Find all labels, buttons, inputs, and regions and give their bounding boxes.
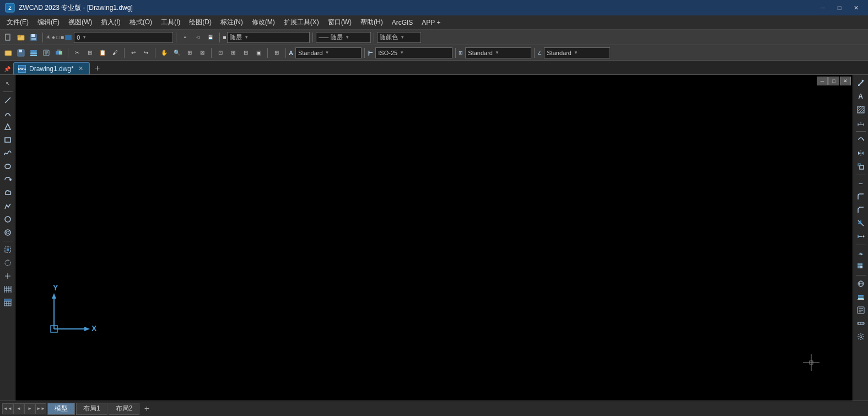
redo-button[interactable]: ↪ bbox=[140, 47, 152, 59]
tb2-open[interactable] bbox=[2, 47, 14, 59]
menu-view[interactable]: 视图(W) bbox=[64, 15, 96, 29]
dim-style-dropdown[interactable]: ISO-25 ▼ bbox=[375, 47, 452, 58]
rt-measure[interactable] bbox=[855, 317, 867, 329]
rt-properties[interactable] bbox=[855, 304, 867, 316]
point-tool[interactable] bbox=[2, 270, 14, 282]
rt-extend[interactable] bbox=[855, 230, 867, 242]
circle-tool[interactable] bbox=[2, 213, 14, 225]
menu-window[interactable]: 窗口(W) bbox=[324, 15, 356, 29]
ellipse-tool[interactable] bbox=[2, 160, 14, 172]
save-button[interactable] bbox=[28, 31, 40, 44]
nav-prev-button[interactable]: ◄ bbox=[13, 403, 24, 414]
menu-edit[interactable]: 编辑(E) bbox=[33, 15, 64, 29]
nav-last-button[interactable]: ►► bbox=[35, 403, 46, 414]
tb2-prop[interactable] bbox=[40, 47, 52, 59]
add-layout-button[interactable]: + bbox=[141, 403, 153, 415]
rt-dash[interactable]: − bbox=[855, 177, 867, 190]
minimize-button[interactable]: ─ bbox=[815, 2, 831, 14]
cloud-tool[interactable] bbox=[2, 187, 14, 199]
triangle-tool[interactable] bbox=[2, 121, 14, 133]
rt-layers-panel[interactable] bbox=[855, 291, 867, 303]
menu-insert[interactable]: 插入(I) bbox=[96, 15, 125, 29]
menu-extended[interactable]: 扩展工具(X) bbox=[279, 15, 324, 29]
rt-mirror[interactable] bbox=[855, 147, 867, 159]
named-viewport[interactable]: ▣ bbox=[252, 47, 265, 59]
rt-rotate[interactable] bbox=[855, 134, 867, 146]
rt-trim[interactable] bbox=[855, 217, 867, 229]
tb2-save[interactable] bbox=[15, 47, 27, 59]
donut-tool[interactable] bbox=[2, 226, 14, 239]
restore-button[interactable]: □ bbox=[832, 2, 847, 14]
rt-offset[interactable] bbox=[855, 247, 867, 260]
drawing-tab[interactable]: DWG Drawing1.dwg* ✕ bbox=[13, 62, 90, 74]
polyline-tool[interactable] bbox=[2, 200, 14, 212]
menu-help[interactable]: 帮助(H) bbox=[356, 15, 387, 29]
copy-button[interactable]: ⊞ bbox=[84, 47, 96, 59]
selection-box-tool[interactable] bbox=[2, 244, 14, 256]
rt-chamfer[interactable] bbox=[855, 204, 867, 216]
layout-tab-1[interactable]: 布局1 bbox=[76, 403, 107, 415]
menu-dimension[interactable]: 标注(N) bbox=[216, 15, 247, 29]
quad-viewport[interactable]: ⊟ bbox=[240, 47, 252, 59]
tab-close-button[interactable]: ✕ bbox=[77, 65, 85, 73]
drawing-close[interactable]: ✕ bbox=[840, 77, 851, 85]
rt-pencil[interactable] bbox=[855, 77, 867, 89]
rt-array[interactable] bbox=[855, 261, 867, 273]
color-dropdown[interactable]: 随颜色 ▼ bbox=[377, 32, 421, 43]
linetype-dropdown[interactable]: 随层 ▼ bbox=[227, 32, 310, 43]
menu-app[interactable]: APP + bbox=[417, 15, 445, 29]
curve-tool[interactable] bbox=[2, 147, 14, 159]
rt-globe[interactable] bbox=[855, 278, 867, 290]
layout-tab-model[interactable]: 模型 bbox=[47, 403, 75, 415]
rt-hatch[interactable] bbox=[855, 104, 867, 116]
lasso-tool[interactable] bbox=[2, 257, 14, 269]
table-tool[interactable] bbox=[2, 296, 14, 309]
open-button[interactable] bbox=[15, 31, 27, 44]
zoom-window[interactable]: ⊞ bbox=[184, 47, 196, 59]
tb2-match[interactable] bbox=[53, 47, 65, 59]
text-style-dropdown[interactable]: Standard ▼ bbox=[295, 47, 362, 58]
table-style-dropdown[interactable]: Standard ▼ bbox=[465, 47, 531, 58]
zoom-extent[interactable]: ⊠ bbox=[196, 47, 208, 59]
layer-prev-btn[interactable]: ◁ bbox=[192, 31, 204, 44]
canvas-area[interactable]: ─ □ ✕ Y X bbox=[15, 75, 853, 401]
grid-tool[interactable] bbox=[2, 283, 14, 295]
pan-button[interactable]: ✋ bbox=[158, 47, 170, 59]
single-viewport[interactable]: ⊡ bbox=[214, 47, 227, 59]
line-tool[interactable] bbox=[2, 94, 14, 106]
rt-settings[interactable] bbox=[855, 331, 867, 343]
paste-button[interactable]: 📋 bbox=[96, 47, 109, 59]
cut-button[interactable]: ✂ bbox=[71, 47, 83, 59]
menu-file[interactable]: 文件(E) bbox=[2, 15, 33, 29]
rt-scale[interactable] bbox=[855, 160, 867, 172]
lineweight-dropdown[interactable]: —— 随层 ▼ bbox=[316, 32, 371, 43]
tb2-layers[interactable] bbox=[28, 47, 40, 59]
close-button[interactable]: ✕ bbox=[848, 2, 864, 14]
nav-first-button[interactable]: ◄◄ bbox=[2, 403, 13, 414]
grid-toggle[interactable]: ⊞ bbox=[271, 47, 283, 59]
menu-modify[interactable]: 修改(M) bbox=[247, 15, 279, 29]
nav-next-button[interactable]: ► bbox=[24, 403, 35, 414]
rt-text[interactable]: A bbox=[855, 90, 867, 102]
layout-tab-2[interactable]: 布局2 bbox=[109, 403, 140, 415]
layer-list-btn[interactable]: ≡ bbox=[179, 31, 191, 44]
layer-dropdown[interactable]: 0 ▼ bbox=[74, 32, 173, 43]
menu-draw[interactable]: 绘图(D) bbox=[185, 15, 216, 29]
leader-style-dropdown[interactable]: Standard ▼ bbox=[544, 47, 610, 58]
layer-state-btn[interactable]: 💾 bbox=[204, 31, 217, 44]
rt-dimension[interactable] bbox=[855, 117, 867, 129]
drawing-restore[interactable]: □ bbox=[828, 77, 839, 85]
format-paint[interactable]: 🖌 bbox=[109, 47, 121, 59]
zoom-button[interactable]: 🔍 bbox=[171, 47, 183, 59]
arc-tool[interactable] bbox=[2, 107, 14, 120]
undo-button[interactable]: ↩ bbox=[127, 47, 139, 59]
menu-arcgis[interactable]: ArcGIS bbox=[387, 15, 418, 29]
new-button[interactable] bbox=[2, 31, 14, 44]
menu-format[interactable]: 格式(O) bbox=[125, 15, 157, 29]
menu-tools[interactable]: 工具(I) bbox=[157, 15, 185, 29]
ellipse-arc-tool[interactable] bbox=[2, 174, 14, 186]
double-viewport[interactable]: ⊞ bbox=[227, 47, 239, 59]
rectangle-tool[interactable] bbox=[2, 134, 14, 146]
drawing-minimize[interactable]: ─ bbox=[817, 77, 828, 85]
select-tool[interactable]: ↖ bbox=[2, 77, 14, 89]
